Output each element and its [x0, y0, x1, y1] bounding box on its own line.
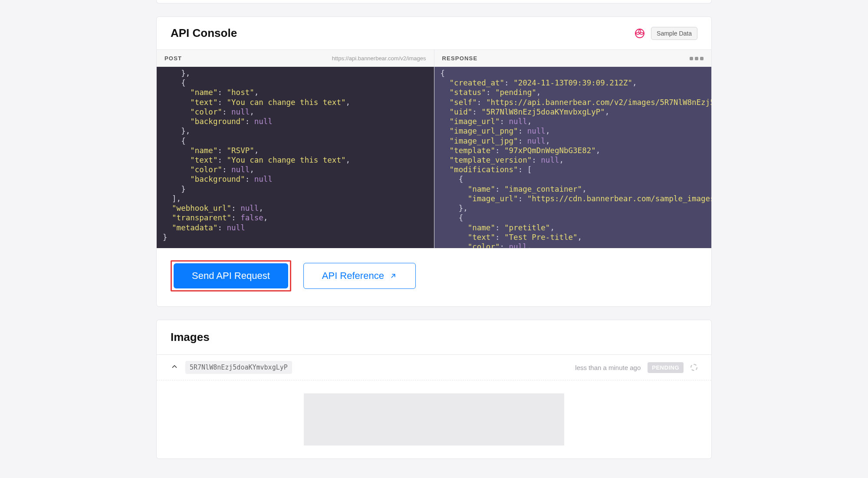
- previous-card-bottom: [156, 0, 712, 3]
- ellipsis-icon[interactable]: [690, 57, 704, 60]
- code-columns-header: POST https://api.bannerbear.com/v2/image…: [157, 49, 711, 67]
- loading-spinner-icon: [690, 364, 697, 371]
- api-console-header: API Console Sample Data: [157, 17, 711, 49]
- response-body-pane[interactable]: { "created_at": "2024-11-13T09:39:09.212…: [434, 67, 712, 248]
- endpoint-url: https://api.bannerbear.com/v2/images: [332, 55, 426, 62]
- image-uid: 5R7NlW8nEzj5doaKYmvbxgLyP: [185, 361, 292, 374]
- images-title: Images: [157, 320, 711, 354]
- sample-data-button[interactable]: Sample Data: [651, 27, 697, 40]
- send-api-highlight: Send API Request: [171, 260, 291, 291]
- images-card: Images 5R7NlW8nEzj5doaKYmvbxgLyP less th…: [156, 320, 712, 459]
- send-api-request-button[interactable]: Send API Request: [174, 263, 288, 288]
- external-link-icon: [389, 272, 397, 280]
- image-placeholder: [304, 393, 564, 445]
- post-column-header: POST https://api.bannerbear.com/v2/image…: [157, 50, 434, 67]
- action-row: Send API Request API Reference: [157, 248, 711, 306]
- api-reference-label: API Reference: [322, 270, 384, 282]
- post-label: POST: [164, 55, 182, 62]
- image-preview-area: [157, 380, 711, 458]
- image-time-ago: less than a minute ago: [575, 364, 641, 371]
- header-right-group: Sample Data: [635, 27, 697, 40]
- image-list-item[interactable]: 5R7NlW8nEzj5doaKYmvbxgLyP less than a mi…: [157, 354, 711, 380]
- image-status-badge: PENDING: [648, 362, 684, 373]
- response-column-header: RESPONSE: [434, 50, 712, 67]
- api-console-card: API Console Sample Data POST https://api…: [156, 16, 712, 307]
- response-label: RESPONSE: [442, 55, 478, 62]
- api-reference-button[interactable]: API Reference: [303, 263, 416, 289]
- api-console-title: API Console: [171, 26, 237, 40]
- request-body-pane[interactable]: }, { "name": "host", "text": "You can ch…: [157, 67, 434, 248]
- code-panes: }, { "name": "host", "text": "You can ch…: [157, 67, 711, 248]
- chevron-up-icon[interactable]: [171, 363, 178, 373]
- volleyball-icon: [635, 28, 645, 39]
